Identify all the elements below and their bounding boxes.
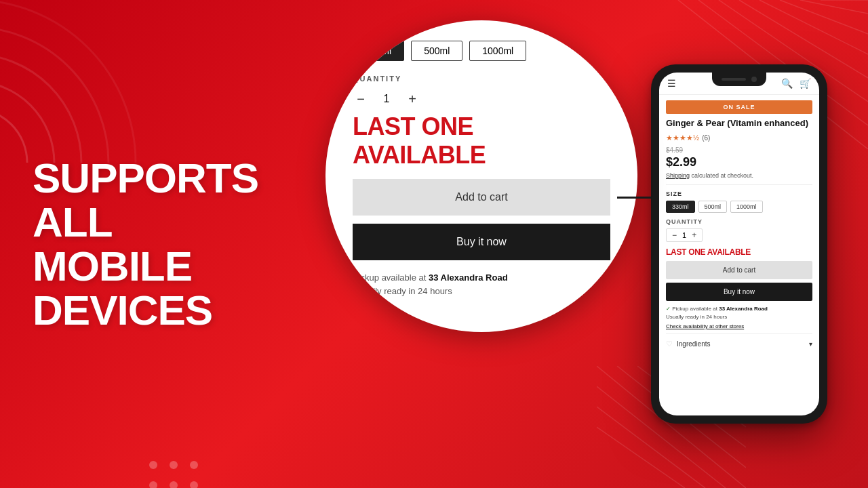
- pickup-check-icon: ✓: [666, 306, 671, 312]
- pickup-info-zoom: Pickup available at 33 Alexandra Road Us…: [339, 271, 624, 298]
- quantity-row-zoom: − 1 +: [339, 91, 624, 107]
- on-sale-badge: ON SALE: [666, 100, 812, 114]
- decorative-arcs: [0, 0, 163, 163]
- chevron-down-icon: ▾: [809, 340, 812, 348]
- size-button-1000ml[interactable]: 1000ml: [469, 41, 526, 61]
- heart-icon: ♡: [666, 340, 673, 348]
- search-icon[interactable]: 🔍: [781, 78, 793, 89]
- phone-content-area: ON SALE Ginger & Pear (Vitamin enhanced)…: [659, 95, 819, 413]
- review-count: (6): [702, 134, 710, 142]
- zoom-circle: 330ml 500ml 1000ml QUANTITY − 1 + LAST O…: [326, 20, 637, 332]
- buy-it-now-button-phone[interactable]: Buy it now: [666, 283, 812, 301]
- quantity-value-zoom: 1: [380, 93, 393, 105]
- product-title: Ginger & Pear (Vitamin enhanced): [666, 118, 812, 129]
- phone-body: ☰ 🔍 🛒 ON SALE Ginger & Pear (Vitamin enh…: [651, 64, 827, 424]
- add-to-cart-button-phone[interactable]: Add to cart: [666, 261, 812, 279]
- star-rating: ★★★★½: [666, 134, 699, 142]
- cart-icon[interactable]: 🛒: [800, 78, 811, 89]
- phone-notch: [712, 73, 766, 86]
- phone-mockup: ☰ 🔍 🛒 ON SALE Ginger & Pear (Vitamin enh…: [651, 14, 827, 474]
- headline-line1: SUPPORTS ALL: [33, 156, 317, 244]
- rating-row: ★★★★½ (6): [666, 134, 812, 142]
- quantity-label-zoom: QUANTITY: [339, 75, 624, 83]
- shipping-link[interactable]: Shipping: [666, 172, 690, 179]
- phone-qty-increase[interactable]: +: [692, 230, 696, 240]
- phone-screen: ☰ 🔍 🛒 ON SALE Ginger & Pear (Vitamin enh…: [659, 73, 819, 415]
- size-selector-phone: 330ml 500ml 1000ml: [666, 201, 812, 213]
- phone-size-1000ml[interactable]: 1000ml: [730, 201, 763, 213]
- phone-qty-decrease[interactable]: −: [672, 230, 677, 240]
- shipping-info: Shipping calculated at checkout.: [666, 172, 812, 185]
- size-selector-zoom: 330ml 500ml 1000ml: [339, 41, 624, 61]
- pickup-info-phone: ✓ Pickup available at 33 Alexandra Road …: [666, 305, 812, 331]
- sale-price: $2.99: [666, 155, 812, 169]
- add-to-cart-button-zoom[interactable]: Add to cart: [353, 179, 610, 216]
- phone-size-330ml[interactable]: 330ml: [666, 201, 695, 213]
- headline-text: SUPPORTS ALL MOBILE DEVICES: [33, 156, 317, 332]
- quantity-label-phone: QUANTITY: [666, 218, 812, 225]
- last-one-label-phone: LAST ONE AVAILABLE: [666, 247, 812, 257]
- ingredients-accordion[interactable]: ♡ Ingredients ▾: [666, 333, 812, 354]
- size-button-330ml[interactable]: 330ml: [353, 41, 404, 61]
- buy-it-now-button-zoom[interactable]: Buy it now: [353, 224, 610, 260]
- phone-size-500ml[interactable]: 500ml: [698, 201, 728, 213]
- quantity-row-phone: − 1 +: [666, 228, 703, 242]
- ingredients-label: Ingredients: [677, 340, 710, 348]
- notch-speaker: [722, 78, 746, 81]
- notch-camera: [751, 77, 757, 82]
- headline-line2: MOBILE: [33, 244, 317, 288]
- hamburger-icon[interactable]: ☰: [667, 78, 676, 89]
- size-label: SIZE: [666, 190, 812, 197]
- svg-point-2: [0, 54, 81, 163]
- check-availability-link[interactable]: Check availability at other stores: [666, 323, 812, 331]
- original-price: $4.59: [666, 146, 812, 154]
- quantity-decrease-zoom[interactable]: −: [353, 91, 369, 107]
- headline-line3: DEVICES: [33, 288, 317, 332]
- last-one-label-zoom: LAST ONE AVAILABLE: [339, 113, 624, 169]
- size-button-500ml[interactable]: 500ml: [411, 41, 462, 61]
- nav-icons: 🔍 🛒: [781, 78, 811, 89]
- svg-point-0: [0, 108, 27, 163]
- phone-qty-value: 1: [682, 231, 686, 239]
- connector-line: [617, 197, 651, 199]
- quantity-increase-zoom[interactable]: +: [404, 91, 420, 107]
